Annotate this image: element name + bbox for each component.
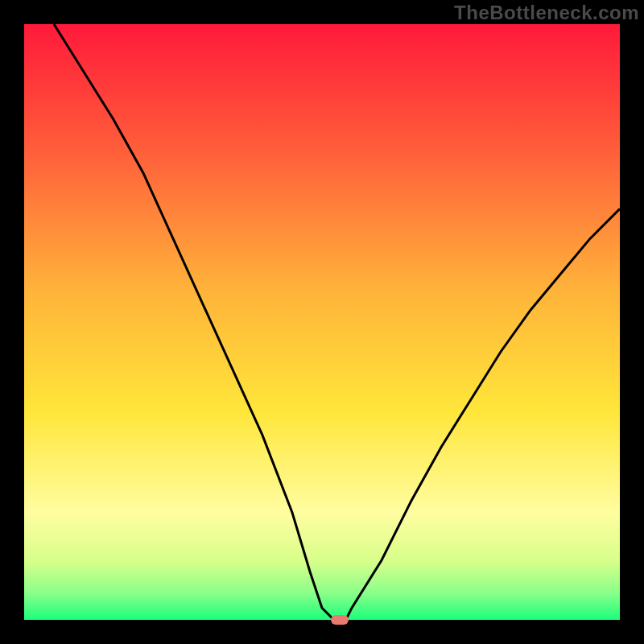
bottleneck-chart — [24, 24, 620, 620]
optimal-point-marker — [331, 615, 349, 625]
gradient-background — [24, 24, 620, 620]
chart-frame: TheBottleneck.com — [0, 0, 644, 644]
watermark-text: TheBottleneck.com — [454, 2, 639, 24]
